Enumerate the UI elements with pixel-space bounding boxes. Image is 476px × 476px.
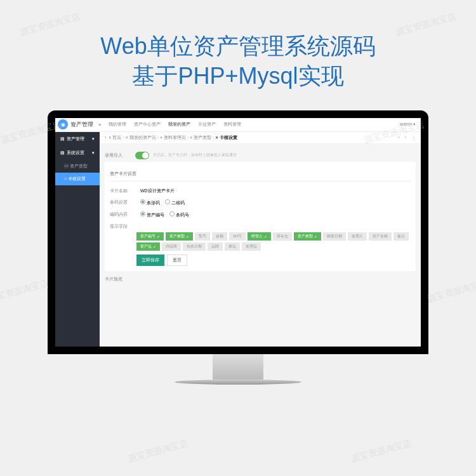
tag-label: 经管人 <box>251 234 263 239</box>
approver-hint: 开启后，资产导入时，保存时上级审批人审批通过 <box>153 152 237 158</box>
chevron-down-icon: ▾ <box>92 136 95 142</box>
tag-label: 使用位 <box>246 244 257 249</box>
field-tag[interactable]: 资产类型✓ <box>166 232 193 241</box>
title-line-2: 基于PHP+Mysql实现 <box>13 62 463 91</box>
tag-label: 备注 <box>397 234 405 239</box>
user-menu[interactable]: admin ▾ <box>400 122 416 127</box>
field-tag[interactable]: SN号 <box>229 232 246 241</box>
display-label: 显示字段 <box>110 223 136 230</box>
title-line-1: Web单位资产管理系统源码 <box>13 32 463 62</box>
field-tag[interactable]: 备注 <box>393 232 409 241</box>
breadcrumb-item[interactable]: × 资产类型 <box>190 135 211 140</box>
tag-label: 品牌 <box>211 244 219 249</box>
radio-label: 条码号 <box>176 213 189 217</box>
sidebar-icon: ▤ <box>60 150 65 155</box>
radio-option[interactable] <box>169 211 175 216</box>
field-tag[interactable]: 型号 <box>195 232 210 241</box>
radio-label: 条形码 <box>147 201 160 205</box>
sidebar: ▤资产管理▾▤系统设置▾▤ 资产类型○ 卡模设置 <box>55 132 100 347</box>
monitor-mockup: ◉ 资产管理 ≡ 我的管理资产中心资产我管的资产开业资产资料管理 admin ▾… <box>48 110 428 385</box>
breadcrumb-item: × 卡模设置 <box>215 135 237 140</box>
tag-label: 供应商 <box>166 244 177 249</box>
sidebar-icon: ▤ <box>60 136 65 142</box>
radio-label: 二维码 <box>171 201 185 205</box>
approver-label: 录用导入 <box>105 152 131 159</box>
card-name-value: WD设计资产卡片 <box>140 188 175 194</box>
field-tag[interactable]: 品牌 <box>208 242 223 251</box>
sidebar-sub-icon: ▤ <box>64 164 69 168</box>
field-tag[interactable]: 所在仓 <box>273 232 292 241</box>
tag-label: 资产编号 <box>140 234 155 239</box>
field-tag[interactable]: 资产类型✓ <box>294 232 321 241</box>
preview-title: 卡片预览 <box>105 271 416 285</box>
field-tag[interactable]: 有效日期 <box>183 242 206 251</box>
tag-label: 资产类型 <box>169 234 185 239</box>
radio-option[interactable] <box>140 211 145 216</box>
check-icon: ✓ <box>153 244 156 249</box>
main-content: ‹ × 首页 › × 我管的资产页 › × 资料管理页 › × 资产类型 › ×… <box>100 132 421 347</box>
top-tab[interactable]: 资料管理 <box>223 121 241 128</box>
sidebar-subitem[interactable]: ○ 卡模设置 <box>55 173 100 185</box>
field-tag[interactable]: 购置日期 <box>323 232 346 241</box>
breadcrumb-item[interactable]: × 我管的资产页 <box>126 135 156 140</box>
breadcrumb-item[interactable]: × 资料管理页 <box>160 135 186 140</box>
radio-option[interactable] <box>165 199 170 204</box>
breadcrumb: ‹ × 首页 › × 我管的资产页 › × 资料管理页 › × 资产类型 › ×… <box>100 132 421 144</box>
tag-label: 购置日期 <box>327 234 342 239</box>
tag-label: 有效日期 <box>187 244 202 249</box>
app-header: ◉ 资产管理 ≡ 我的管理资产中心资产我管的资产开业资产资料管理 admin ▾ <box>55 118 421 132</box>
app-name: 资产管理 <box>70 121 93 129</box>
nav-more-icon[interactable]: ⋮ <box>411 135 416 140</box>
field-tag[interactable]: 供应商 <box>162 242 181 251</box>
sidebar-sub-label: 卡模设置 <box>68 176 86 181</box>
nav-next-icon[interactable]: › <box>405 135 406 140</box>
sidebar-sub-icon: ○ <box>64 176 67 181</box>
sidebar-subitem[interactable]: ▤ 资产类型 <box>55 160 100 173</box>
tag-label: 资产位 <box>140 244 152 249</box>
breadcrumb-back[interactable]: ‹ <box>105 135 106 140</box>
field-tag[interactable]: 使用人 <box>348 232 367 241</box>
watermark: 源宝资源淘宝店 <box>426 278 476 305</box>
card-name-label: 卡片名称 <box>110 188 136 194</box>
page-title: Web单位资产管理系统源码 基于PHP+Mysql实现 <box>0 0 476 110</box>
hamburger-icon[interactable]: ≡ <box>98 122 101 127</box>
tag-label: 所在仓 <box>277 234 288 239</box>
top-tab[interactable]: 开业资产 <box>198 121 216 128</box>
tag-label: 单位 <box>228 244 236 249</box>
tag-label: 资产类型 <box>298 234 313 239</box>
reset-button[interactable]: 重置 <box>167 255 187 266</box>
field-tag[interactable]: 经管人✓ <box>248 232 271 241</box>
nav-prev-icon[interactable]: ‹ <box>398 135 399 140</box>
field-tag[interactable]: 资产位✓ <box>136 242 160 251</box>
watermark: 源宝资源淘宝店 <box>0 278 50 305</box>
field-tag[interactable]: 资产名称 <box>369 232 392 241</box>
radio-option[interactable] <box>140 199 145 204</box>
tag-label: 资产名称 <box>373 234 388 239</box>
section-title: 资产卡片设置 <box>110 167 411 182</box>
sidebar-item[interactable]: ▤系统设置▾ <box>55 146 100 160</box>
check-icon: ✓ <box>186 234 189 239</box>
field-tag[interactable]: 使用位 <box>242 242 261 251</box>
sidebar-label: 系统设置 <box>67 150 84 156</box>
top-tab[interactable]: 我的管理 <box>109 121 126 128</box>
field-tag[interactable]: 资产编号✓ <box>136 232 164 241</box>
breadcrumb-item[interactable]: × 首页 <box>109 135 121 140</box>
sidebar-label: 资产管理 <box>67 136 84 142</box>
tag-label: 型号 <box>199 234 206 239</box>
top-tab[interactable]: 资产中心资产 <box>134 121 161 128</box>
save-button[interactable]: 立即保存 <box>136 255 164 266</box>
tag-label: 使用人 <box>352 234 363 239</box>
sidebar-item[interactable]: ▤资产管理▾ <box>55 132 100 146</box>
tag-label: 金额 <box>216 234 223 239</box>
approver-toggle[interactable] <box>135 152 149 159</box>
check-icon: ✓ <box>314 234 317 239</box>
top-tab[interactable]: 我管的资产 <box>168 121 190 128</box>
check-icon: ✓ <box>157 234 160 239</box>
field-tag[interactable]: 单位 <box>225 242 240 251</box>
code-label: 条码设置 <box>110 199 136 206</box>
content-label: 编码内容 <box>110 211 136 218</box>
field-tag[interactable]: 金额 <box>212 232 227 241</box>
check-icon: ✓ <box>264 234 267 239</box>
radio-label: 资产编号 <box>147 213 164 217</box>
logo-icon: ◉ <box>58 119 68 129</box>
